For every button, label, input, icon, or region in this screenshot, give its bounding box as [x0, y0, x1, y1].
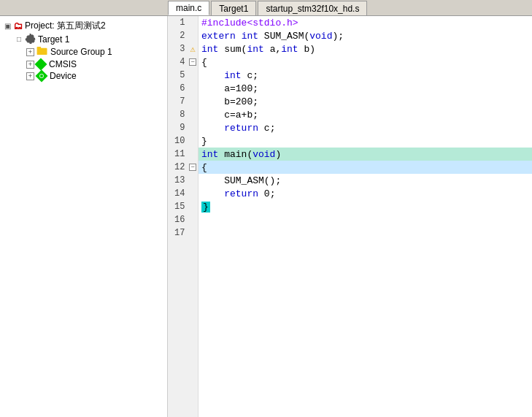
code-text-2c: );: [332, 31, 344, 42]
code-line-6: a=100;: [198, 82, 532, 95]
gutter-row-2: 2: [168, 29, 198, 42]
line-num-8: 8: [168, 110, 188, 120]
code-text-10: }: [201, 136, 207, 147]
code-kw-int2: int: [242, 31, 258, 42]
code-text-3c: b): [298, 44, 315, 55]
line-num-5: 5: [168, 70, 188, 80]
gutter-row-16: 16: [168, 213, 198, 226]
tree-item-sourcegroup[interactable]: + Source Group 1: [0, 45, 167, 58]
line-num-9: 9: [168, 123, 188, 133]
code-text-14: 0;: [258, 188, 275, 199]
project-tree: ▣ 🗂 Project: 第五周测试2 □ Target 1 +: [0, 16, 168, 417]
code-line-12: {: [198, 161, 532, 174]
code-line-2: extern int SUM_ASM(void);: [198, 29, 532, 42]
tab-target-label: Target1: [219, 4, 248, 14]
tab-target[interactable]: Target1: [211, 1, 256, 15]
line-num-17: 17: [168, 228, 188, 238]
code-text-7: b=200;: [201, 96, 258, 107]
line-num-14: 14: [168, 188, 188, 199]
code-line-11: int main(void): [198, 148, 532, 161]
code-line-10: }: [198, 134, 532, 148]
code-kw-extern: extern: [201, 31, 236, 42]
target-gear-icon: [25, 34, 36, 45]
collapse-box-12[interactable]: −: [189, 164, 196, 171]
tab-main[interactable]: main.c: [168, 1, 209, 15]
gutter-row-13: 13: [168, 174, 198, 187]
code-line-13: SUM_ASM();: [198, 174, 532, 187]
line-num-3: 3: [168, 44, 188, 54]
device-icon: [36, 71, 47, 81]
code-kw-return14: return: [224, 188, 258, 199]
line-num-16: 16: [168, 215, 188, 225]
gutter: 1 2 3 ⚠ 4 −: [168, 16, 198, 417]
code-text-11a: main(: [218, 149, 252, 160]
code-text-3a: sum(: [218, 44, 247, 55]
code-kw-void11: void: [252, 149, 275, 160]
gutter-row-12: 12 −: [168, 161, 198, 174]
expand-icon-device: +: [26, 72, 34, 80]
tree-item-target1[interactable]: □ Target 1: [0, 33, 167, 45]
cmsis-label: CMSIS: [49, 59, 77, 69]
code-kw-int3: int: [201, 44, 218, 55]
code-text-13: SUM_ASM();: [201, 175, 281, 186]
line-num-7: 7: [168, 96, 188, 107]
gutter-row-5: 5: [168, 69, 198, 82]
expand-icon-project: ▣: [3, 22, 12, 31]
line-num-6: 6: [168, 83, 188, 93]
gutter-collapse-4[interactable]: −: [188, 58, 198, 66]
cmsis-icon: [35, 58, 47, 71]
code-text-9: c;: [258, 123, 275, 134]
tree-item-device[interactable]: + Device: [0, 70, 167, 82]
code-text-2b: SUM_ASM(: [258, 31, 309, 42]
code-text-15: }: [201, 202, 210, 213]
code-line-14: return 0;: [198, 187, 532, 200]
svg-rect-1: [37, 47, 42, 49]
code-kw-int3c: int: [281, 44, 298, 55]
tab-startup[interactable]: startup_stm32f10x_hd.s: [258, 1, 367, 15]
tree-item-project[interactable]: ▣ 🗂 Project: 第五周测试2: [0, 19, 167, 33]
folder-icon-source: [36, 46, 48, 58]
gutter-row-4: 4 −: [168, 56, 198, 69]
code-indent-5: [201, 70, 224, 81]
gutter-row-17: 17: [168, 226, 198, 240]
collapse-box-4[interactable]: −: [189, 58, 196, 66]
tab-bar: main.c Target1 startup_stm32f10x_hd.s: [0, 0, 532, 16]
code-line-1: #include<stdio.h>: [198, 16, 532, 29]
gutter-row-14: 14: [168, 187, 198, 200]
gutter-row-8: 8: [168, 108, 198, 121]
code-lines[interactable]: #include<stdio.h> extern int SUM_ASM(voi…: [198, 16, 532, 417]
expand-icon-cmsis: +: [26, 61, 34, 69]
code-line-17: [198, 226, 532, 240]
code-line-15: }: [198, 200, 532, 213]
sourcegroup-label: Source Group 1: [50, 47, 112, 57]
code-line-3: int sum(int a,int b): [198, 42, 532, 56]
code-space-2a: [236, 31, 242, 42]
expand-icon-sourcegroup: +: [26, 48, 34, 56]
gutter-row-11: 11: [168, 148, 198, 161]
code-text-8: c=a+b;: [201, 110, 258, 120]
gutter-row-10: 10: [168, 134, 198, 148]
line-num-10: 10: [168, 136, 188, 146]
code-line-4: {: [198, 56, 532, 69]
svg-rect-0: [37, 48, 47, 55]
code-text-4: {: [201, 57, 207, 68]
line-num-15: 15: [168, 202, 188, 212]
code-editor[interactable]: 1 2 3 ⚠ 4 −: [168, 16, 532, 417]
tree-item-cmsis[interactable]: + CMSIS: [0, 58, 167, 70]
code-text-11b: ): [275, 149, 281, 160]
code-text-3b: a,: [264, 44, 281, 55]
code-kw-void2: void: [309, 31, 332, 42]
code-text-1: #include<stdio.h>: [201, 18, 298, 28]
code-kw-int5: int: [224, 70, 241, 81]
code-indent-14: [201, 188, 224, 199]
code-line-8: c=a+b;: [198, 108, 532, 121]
gutter-row-9: 9: [168, 121, 198, 134]
target1-label: Target 1: [38, 34, 69, 45]
code-line-5: int c;: [198, 69, 532, 82]
code-indent-9: [201, 123, 224, 134]
gutter-collapse-12[interactable]: −: [188, 164, 198, 171]
gutter-warn-3: ⚠: [188, 44, 198, 55]
gutter-row-1: 1: [168, 16, 198, 29]
code-text-6: a=100;: [201, 83, 258, 94]
tab-main-label: main.c: [176, 3, 201, 13]
